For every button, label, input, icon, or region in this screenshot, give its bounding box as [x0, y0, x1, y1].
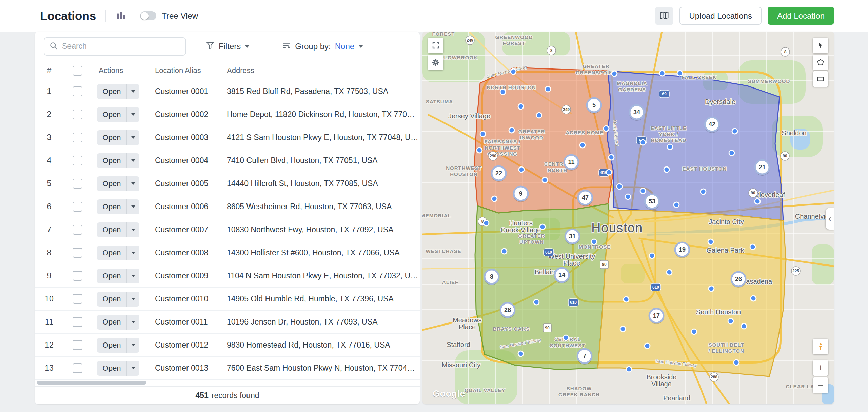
fullscreen-button[interactable]: [428, 38, 443, 53]
row-checkbox[interactable]: [73, 271, 82, 281]
map-canvas[interactable]: FORESTGREENWOODFORESTWILLOWBROOKSATSUMAG…: [422, 32, 834, 404]
map-panel-button[interactable]: [655, 7, 673, 25]
location-marker[interactable]: [728, 318, 733, 324]
location-marker[interactable]: [709, 286, 714, 291]
cluster-marker[interactable]: 28: [500, 303, 515, 318]
location-marker[interactable]: [563, 335, 569, 340]
open-button[interactable]: Open: [97, 222, 139, 237]
location-marker[interactable]: [484, 220, 489, 226]
row-checkbox[interactable]: [73, 179, 82, 189]
zoom-in-button[interactable]: +: [813, 360, 828, 376]
open-button-label[interactable]: Open: [97, 338, 126, 353]
open-button[interactable]: Open: [97, 107, 139, 122]
open-button-label[interactable]: Open: [97, 84, 126, 99]
location-marker[interactable]: [751, 296, 756, 301]
add-location-button[interactable]: Add Location: [768, 7, 834, 25]
cluster-marker[interactable]: 53: [644, 194, 660, 210]
cluster-marker[interactable]: 22: [491, 166, 507, 182]
pegman-button[interactable]: [813, 339, 828, 354]
location-marker[interactable]: [677, 71, 683, 76]
cluster-marker[interactable]: 14: [554, 268, 570, 283]
open-dropdown-button[interactable]: [126, 315, 139, 330]
tree-view-toggle[interactable]: [140, 11, 156, 20]
location-marker[interactable]: [649, 253, 655, 258]
open-button[interactable]: Open: [97, 315, 139, 330]
cluster-marker[interactable]: 42: [704, 117, 720, 133]
location-marker[interactable]: [640, 140, 646, 145]
cluster-marker[interactable]: 9: [513, 187, 529, 202]
location-marker[interactable]: [540, 224, 545, 230]
cluster-marker[interactable]: 47: [577, 191, 593, 206]
location-marker[interactable]: [492, 196, 497, 201]
row-checkbox[interactable]: [73, 202, 82, 212]
open-button[interactable]: Open: [97, 361, 139, 376]
location-marker[interactable]: [536, 113, 542, 118]
location-marker[interactable]: [518, 104, 524, 109]
row-checkbox[interactable]: [73, 340, 82, 350]
open-dropdown-button[interactable]: [126, 269, 139, 283]
open-button[interactable]: Open: [97, 338, 139, 353]
row-checkbox[interactable]: [73, 86, 82, 96]
territory-southeast[interactable]: [598, 210, 786, 376]
horizontal-scrollbar[interactable]: [37, 381, 146, 385]
open-dropdown-button[interactable]: [126, 338, 139, 353]
location-marker[interactable]: [755, 199, 760, 204]
open-button-label[interactable]: Open: [97, 176, 126, 191]
upload-locations-button[interactable]: Upload Locations: [679, 7, 761, 25]
open-dropdown-button[interactable]: [126, 292, 139, 307]
location-marker[interactable]: [625, 194, 631, 199]
cluster-marker[interactable]: 7: [577, 349, 592, 365]
row-checkbox[interactable]: [73, 156, 82, 165]
cluster-marker[interactable]: 5: [586, 98, 602, 114]
open-button[interactable]: Open: [97, 199, 139, 214]
open-button[interactable]: Open: [97, 176, 139, 191]
zoom-out-button[interactable]: −: [813, 377, 828, 393]
cluster-marker[interactable]: 17: [649, 309, 664, 324]
open-button-label[interactable]: Open: [97, 246, 126, 260]
open-dropdown-button[interactable]: [126, 84, 139, 99]
row-checkbox[interactable]: [73, 133, 82, 142]
open-button[interactable]: Open: [97, 130, 139, 145]
cursor-tool-button[interactable]: [813, 38, 828, 53]
location-marker[interactable]: [477, 148, 482, 153]
select-all-checkbox[interactable]: [73, 66, 82, 76]
row-checkbox[interactable]: [73, 248, 82, 258]
open-button[interactable]: Open: [97, 269, 139, 283]
open-button-label[interactable]: Open: [97, 107, 126, 122]
location-marker[interactable]: [691, 329, 697, 334]
location-marker[interactable]: [501, 249, 507, 254]
open-button[interactable]: Open: [97, 246, 139, 260]
cluster-marker[interactable]: 21: [754, 160, 770, 176]
cluster-marker[interactable]: 8: [484, 270, 499, 285]
polygon-tool-button[interactable]: [813, 55, 828, 70]
open-dropdown-button[interactable]: [126, 176, 139, 191]
location-marker[interactable]: [645, 343, 650, 349]
open-button-label[interactable]: Open: [97, 130, 126, 145]
location-marker[interactable]: [580, 142, 585, 148]
location-marker[interactable]: [480, 131, 486, 137]
open-button-label[interactable]: Open: [97, 269, 126, 283]
open-button-label[interactable]: Open: [97, 199, 126, 214]
row-checkbox[interactable]: [73, 294, 82, 304]
open-dropdown-button[interactable]: [126, 107, 139, 122]
location-marker[interactable]: [620, 326, 626, 332]
open-button-label[interactable]: Open: [97, 292, 126, 307]
location-marker[interactable]: [640, 188, 646, 194]
open-dropdown-button[interactable]: [126, 246, 139, 260]
open-dropdown-button[interactable]: [126, 361, 139, 376]
row-checkbox[interactable]: [73, 317, 82, 327]
map-settings-button[interactable]: [428, 55, 443, 70]
group-by-button[interactable]: Group by: None: [282, 41, 363, 52]
location-marker[interactable]: [708, 239, 713, 244]
open-button-label[interactable]: Open: [97, 153, 126, 168]
location-marker[interactable]: [606, 170, 612, 175]
cluster-marker[interactable]: 19: [674, 242, 690, 258]
location-marker[interactable]: [609, 155, 614, 160]
location-marker[interactable]: [617, 184, 622, 189]
location-marker[interactable]: [659, 71, 665, 76]
google-logo[interactable]: Google: [433, 389, 465, 399]
cluster-marker[interactable]: 31: [565, 229, 580, 245]
location-marker[interactable]: [612, 71, 617, 76]
search-input[interactable]: [62, 42, 181, 51]
location-marker[interactable]: [667, 144, 673, 150]
